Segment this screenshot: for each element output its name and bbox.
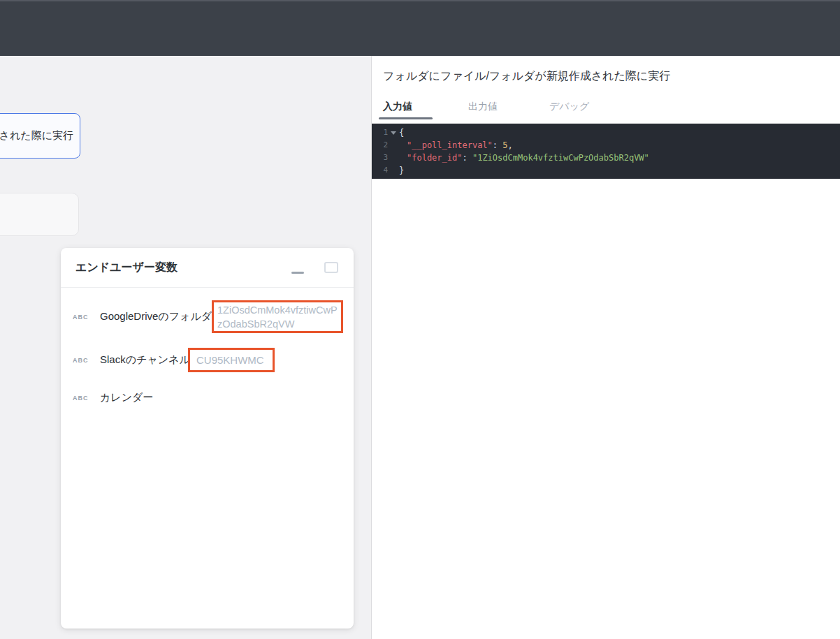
code-line: 1 {	[372, 126, 840, 139]
code-token-group: "__poll_interval": 5,	[399, 139, 513, 152]
json-colon: :	[493, 140, 502, 150]
fold-gutter-spacer	[388, 152, 399, 164]
line-number: 1	[377, 126, 388, 139]
minimize-icon	[291, 272, 304, 274]
maximize-button[interactable]	[323, 260, 340, 274]
panel-window-controls	[289, 260, 340, 274]
code-token-group: "folder_id": "1ZiOsdCmMok4vfztiwCwPzOdab…	[399, 152, 649, 164]
json-string-value: "1ZiOsdCmMok4vfztiwCwPzOdabSbR2qVW"	[472, 153, 649, 163]
code-token: {	[399, 126, 404, 139]
json-key: "folder_id"	[407, 153, 462, 163]
variable-row-googledrive-folder: ABC GoogleDriveのフォルダ 1ZiOsdCmMok4vfztiwC…	[61, 300, 354, 333]
fold-gutter-spacer	[388, 164, 399, 177]
trigger-node[interactable]: された際に実行	[0, 113, 80, 159]
json-key: "__poll_interval"	[407, 140, 493, 150]
text-type-icon: ABC	[73, 357, 89, 364]
code-line: 4 }	[372, 164, 840, 177]
json-colon: :	[462, 153, 472, 163]
tab-input-values[interactable]: 入力値	[383, 101, 412, 113]
minimize-button[interactable]	[289, 260, 306, 274]
inspector-panel: フォルダにファイル/フォルダが新規作成された際に実行 入力値 出力値 デバッグ …	[371, 56, 840, 639]
code-line: 2 "__poll_interval": 5,	[372, 139, 840, 152]
code-line: 3 "folder_id": "1ZiOsdCmMok4vfztiwCwPzOd…	[372, 152, 840, 164]
line-number: 2	[377, 139, 388, 152]
active-tab-underline	[379, 117, 433, 119]
fold-gutter-spacer	[388, 139, 399, 152]
chevron-down-icon	[391, 131, 396, 135]
fold-toggle[interactable]	[388, 126, 399, 139]
variable-value-text: CU95KHWMC	[196, 354, 264, 366]
json-number-value: 5	[502, 140, 507, 150]
text-type-icon: ABC	[73, 395, 89, 402]
variable-value-input[interactable]: CU95KHWMC	[188, 348, 275, 372]
tab-debug[interactable]: デバッグ	[549, 101, 589, 113]
line-number: 4	[377, 164, 388, 177]
trigger-node-label: された際に実行	[0, 129, 73, 142]
variable-row-slack-channel: ABC Slackのチャンネル CU95KHWMC	[61, 348, 354, 372]
app-header-bar	[0, 0, 840, 56]
maximize-icon	[324, 262, 338, 273]
variable-label: GoogleDriveのフォルダ	[100, 310, 212, 323]
variable-label: Slackのチャンネル	[100, 353, 190, 367]
variables-panel-title: エンドユーザー変数	[75, 260, 289, 275]
inspector-title: フォルダにファイル/フォルダが新規作成された際に実行	[383, 69, 670, 84]
json-code-editor[interactable]: 1 { 2 "__poll_interval": 5, 3 "folder_id…	[372, 124, 840, 179]
variables-panel-header: エンドユーザー変数	[61, 248, 354, 288]
end-user-variables-panel: エンドユーザー変数 ABC GoogleDriveのフォルダ 1ZiOsdCmM…	[61, 248, 354, 629]
json-comma: ,	[508, 140, 513, 150]
line-number: 3	[377, 152, 388, 164]
workflow-canvas[interactable]: された際に実行 エンドユーザー変数 ABC GoogleDriveのフォルダ 1…	[0, 56, 371, 639]
variable-value-text: 1ZiOsdCmMok4vfztiwCwPzOdabSbR2qVW	[217, 303, 338, 331]
empty-node[interactable]	[0, 193, 79, 236]
tab-output-values[interactable]: 出力値	[468, 101, 498, 113]
variable-label: カレンダー	[100, 391, 153, 404]
text-type-icon: ABC	[73, 314, 89, 321]
variable-row-calendar: ABC カレンダー	[61, 385, 354, 410]
code-token: }	[399, 164, 404, 177]
variable-value-input[interactable]: 1ZiOsdCmMok4vfztiwCwPzOdabSbR2qVW	[212, 300, 343, 333]
